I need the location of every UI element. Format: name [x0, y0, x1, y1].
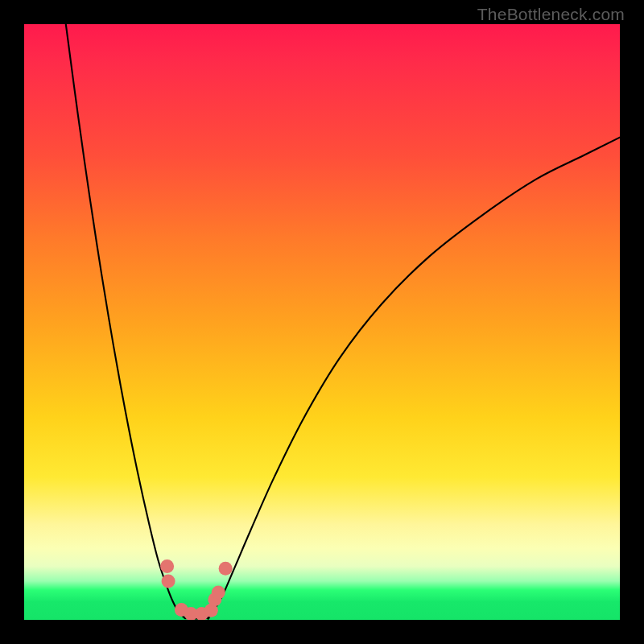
marker-m9 — [219, 562, 233, 576]
marker-m1 — [160, 559, 174, 573]
plot-area — [24, 24, 620, 620]
bottleneck-curve — [66, 24, 620, 619]
marker-m8 — [212, 585, 225, 599]
marker-m2 — [162, 574, 175, 588]
outer-frame: TheBottleneck.com — [0, 0, 644, 644]
data-markers — [160, 559, 233, 620]
watermark-text: TheBottleneck.com — [477, 5, 625, 24]
chart-svg — [24, 24, 620, 620]
